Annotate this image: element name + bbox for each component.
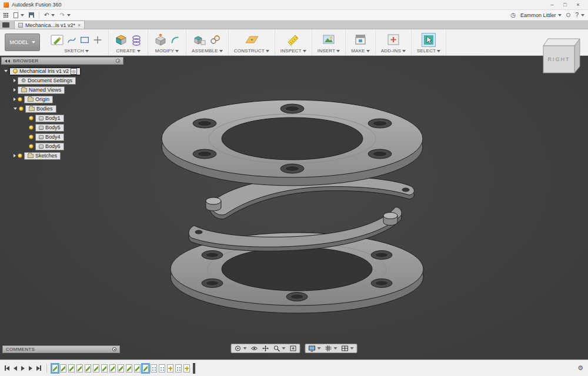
zoom-button[interactable] xyxy=(273,345,286,352)
timeline-item-sketch[interactable] xyxy=(126,364,132,372)
timeline-position-marker[interactable] xyxy=(193,363,195,374)
timeline-item-sketch[interactable] xyxy=(101,364,108,372)
tree-row-body1[interactable]: Body1 xyxy=(1,113,126,123)
timeline-item-pattern[interactable] xyxy=(175,364,182,372)
maximize-button[interactable]: □ xyxy=(559,2,572,8)
new-component-icon[interactable] xyxy=(193,33,207,47)
inspect-menu[interactable]: INSPECT xyxy=(280,48,306,53)
pan-button[interactable] xyxy=(262,345,269,352)
timeline-item-sketch[interactable] xyxy=(68,364,75,372)
visibility-bulb-icon[interactable] xyxy=(29,116,34,120)
expand-arrow-icon[interactable] xyxy=(14,154,16,157)
visibility-bulb-icon[interactable] xyxy=(18,153,22,158)
press-pull-icon[interactable] xyxy=(153,33,168,47)
tree-row-body4[interactable]: Body4 xyxy=(1,132,126,142)
tree-row-body5[interactable]: Body5 xyxy=(1,123,126,132)
file-menu-button[interactable] xyxy=(14,12,24,18)
visibility-bulb-icon[interactable] xyxy=(29,144,34,149)
insert-menu[interactable]: INSERT xyxy=(318,48,340,53)
viewports-button[interactable] xyxy=(342,345,354,352)
timeline-item-sketch[interactable] xyxy=(134,364,141,372)
timeline-item-sketch[interactable] xyxy=(93,364,99,372)
timeline-item-pattern[interactable] xyxy=(159,364,165,372)
expand-arrow-icon[interactable] xyxy=(14,79,16,82)
joint-icon[interactable] xyxy=(209,34,221,46)
orbit-button[interactable] xyxy=(235,345,247,352)
tree-row-document-settings[interactable]: ⚙Document Settings xyxy=(1,76,126,85)
rectangle-tool-icon[interactable] xyxy=(79,35,90,45)
comments-panel[interactable]: COMMENTS xyxy=(2,345,120,353)
visibility-bulb-icon[interactable] xyxy=(29,135,34,139)
tree-row-root[interactable]: Mechanical Iris v1 v2◎ xyxy=(1,66,126,76)
spline-tool-icon[interactable] xyxy=(66,35,77,45)
tree-row-body6[interactable]: Body6 xyxy=(1,142,126,151)
coil-icon[interactable] xyxy=(131,34,142,46)
visibility-bulb-icon[interactable] xyxy=(18,97,22,102)
browser-header[interactable]: BROWSER xyxy=(1,57,123,65)
timeline-item-sketch[interactable] xyxy=(76,364,83,372)
expand-arrow-icon[interactable] xyxy=(14,108,17,110)
expand-arrow-icon[interactable] xyxy=(4,70,8,72)
timeline-item-pattern[interactable] xyxy=(151,364,157,372)
timeline-item-sketch[interactable] xyxy=(60,364,66,372)
timeline-item-sketch[interactable] xyxy=(85,364,91,372)
line-tool-icon[interactable] xyxy=(92,35,103,45)
close-tab-icon[interactable]: × xyxy=(78,22,81,28)
sketch-menu[interactable]: SKETCH xyxy=(64,48,89,53)
user-account-menu[interactable]: Eammon Littler xyxy=(520,12,562,18)
timeline-item-move[interactable] xyxy=(167,364,173,372)
document-tab[interactable]: Mechanica...is v1 v2* × xyxy=(14,21,85,29)
tree-row-bodies[interactable]: Bodies xyxy=(1,104,126,113)
timeline-item-sketch[interactable] xyxy=(52,364,58,372)
modify-menu[interactable]: MODIFY xyxy=(155,48,179,53)
collapse-panel-icon[interactable] xyxy=(5,59,11,63)
create-sketch-icon[interactable] xyxy=(50,33,64,47)
3d-print-icon[interactable] xyxy=(353,33,368,47)
timeline-item-sketch[interactable] xyxy=(109,364,116,372)
tree-row-origin[interactable]: Origin xyxy=(1,95,126,104)
visibility-bulb-icon[interactable] xyxy=(19,106,24,111)
comments-pin-icon[interactable] xyxy=(112,347,116,351)
minimize-button[interactable]: – xyxy=(546,2,559,8)
notification-icon[interactable] xyxy=(566,13,570,17)
browser-pin-icon[interactable] xyxy=(116,59,120,63)
measure-icon[interactable] xyxy=(286,33,300,47)
tree-row-sketches[interactable]: Sketches xyxy=(1,151,126,160)
create-menu[interactable]: CREATE xyxy=(116,48,140,53)
timeline-settings-gear-icon[interactable]: ⚙ xyxy=(577,364,583,372)
timeline-go-start-button[interactable] xyxy=(5,365,9,371)
timeline-step-forward-button[interactable] xyxy=(29,366,32,371)
timeline-step-back-button[interactable] xyxy=(14,366,17,371)
visibility-bulb-icon[interactable] xyxy=(13,69,18,73)
construction-plane-icon[interactable] xyxy=(244,33,259,47)
select-cursor-icon[interactable] xyxy=(423,34,435,46)
fillet-icon[interactable] xyxy=(170,35,181,45)
timeline-go-end-button[interactable] xyxy=(36,365,41,371)
tree-row-named-views[interactable]: Named Views xyxy=(1,85,126,95)
view-cube[interactable]: RIGHT xyxy=(539,37,581,78)
assemble-menu[interactable]: ASSEMBLE xyxy=(192,48,223,53)
grid-snap-button[interactable] xyxy=(325,345,338,352)
display-settings-button[interactable] xyxy=(309,345,321,352)
expand-arrow-icon[interactable] xyxy=(14,88,16,92)
data-panel-toggle-icon[interactable] xyxy=(2,22,9,28)
fit-button[interactable] xyxy=(290,345,297,352)
redo-button[interactable]: ↷ xyxy=(59,12,70,18)
add-ins-menu[interactable]: ADD-INS xyxy=(381,48,406,53)
select-menu[interactable]: SELECT xyxy=(417,48,440,53)
expand-arrow-icon[interactable] xyxy=(14,98,16,101)
timeline-play-button[interactable] xyxy=(21,366,25,371)
visibility-bulb-icon[interactable] xyxy=(29,125,34,130)
add-ins-icon[interactable] xyxy=(386,33,400,47)
timeline-item-move[interactable] xyxy=(183,364,190,372)
timeline-item-sketch[interactable] xyxy=(142,364,149,372)
workspace-selector[interactable]: MODEL xyxy=(5,33,40,51)
viewport-canvas[interactable]: RIGHT BROWSER Mechanical Iris v1 v2◎ ⚙Do… xyxy=(0,56,588,360)
construct-menu[interactable]: CONSTRUCT xyxy=(234,48,269,53)
close-button[interactable]: × xyxy=(572,2,584,8)
make-menu[interactable]: MAKE xyxy=(351,48,369,53)
insert-image-icon[interactable] xyxy=(322,33,336,47)
create-form-icon[interactable] xyxy=(114,33,128,47)
help-menu[interactable]: ? xyxy=(575,12,584,18)
app-launcher-grid-icon[interactable] xyxy=(4,13,9,18)
